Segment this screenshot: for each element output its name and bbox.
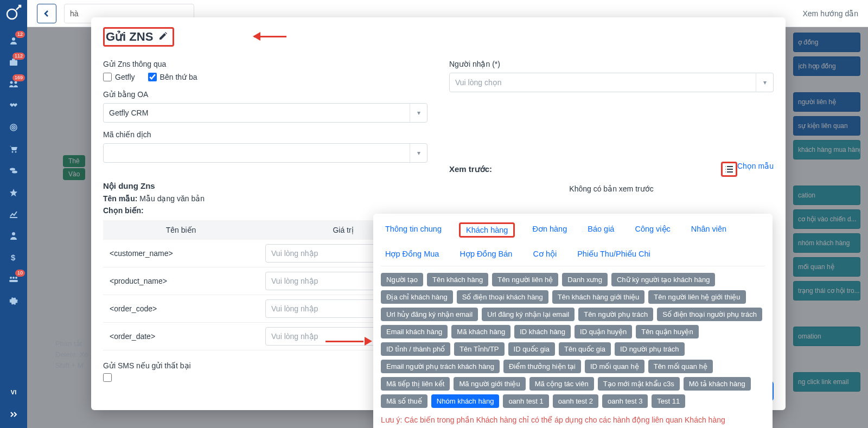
variable-tag[interactable]: Tên người phụ trách — [578, 308, 653, 321]
nav-target[interactable] — [0, 117, 27, 138]
variable-tag[interactable]: ID quận huyện — [575, 325, 632, 338]
popover-tab[interactable]: Đơn hàng — [529, 222, 570, 238]
svg-point-5 — [15, 81, 17, 84]
variable-tag[interactable]: Mã số thuế — [381, 394, 427, 408]
nav-settings[interactable] — [0, 290, 27, 312]
popover-tabs: Thông tin chungKhách hàngĐơn hàngBáo giá… — [381, 219, 765, 266]
variable-tag[interactable]: ID mối quan hệ — [585, 360, 644, 373]
badge-group: 169 — [12, 74, 25, 81]
svg-point-9 — [12, 151, 14, 153]
variable-tag[interactable]: oanh test 3 — [602, 394, 648, 408]
variable-tag[interactable]: Email người phụ trách khách hàng — [381, 360, 500, 373]
popover-tab[interactable]: Hợp Đồng Bán — [456, 247, 515, 260]
variable-tag[interactable]: Tên quận huyện — [636, 325, 699, 338]
variable-tag[interactable]: Tên khách hàng — [427, 273, 488, 286]
badge-user: 12 — [15, 31, 25, 38]
nav-handshake[interactable] — [0, 95, 27, 117]
variable-tag[interactable]: Tên Tỉnh/TP — [454, 342, 504, 356]
popover-tab[interactable]: Báo giá — [584, 222, 617, 238]
popover-tab[interactable]: Hợp Đồng Mua — [382, 247, 442, 260]
variable-tag[interactable]: Nhóm khách hàng — [431, 394, 500, 408]
campaign-select[interactable]: ▾ — [103, 143, 427, 163]
template-name-value: Mẫu dạng văn bản — [139, 194, 205, 203]
no-preview-text: Không có bản xem trước — [449, 184, 774, 193]
nav-cart[interactable] — [0, 138, 27, 160]
pencil-icon[interactable] — [158, 30, 168, 44]
variable-tag[interactable]: Tạo mới mật khẩu c3s — [598, 377, 680, 391]
nav-person[interactable] — [0, 225, 27, 247]
svg-point-17 — [15, 277, 17, 279]
variable-tag[interactable]: Tên quốc gia — [559, 342, 611, 356]
variable-tag[interactable]: Tên người liên hệ — [492, 273, 558, 286]
via-getfly-option[interactable]: Getfly — [103, 73, 135, 81]
via-getfly-checkbox[interactable] — [103, 73, 112, 81]
nav-user[interactable]: 12 — [0, 30, 27, 52]
variable-tag[interactable]: ID người phụ trách — [615, 342, 685, 356]
oa-label: Gửi bằng OA — [103, 90, 427, 99]
chevron-down-icon: ▾ — [410, 104, 427, 122]
nav-coins[interactable] — [0, 160, 27, 182]
via-third-checkbox[interactable] — [148, 73, 157, 81]
variable-popover: Thông tin chungKhách hàngĐơn hàngBáo giá… — [373, 214, 773, 428]
svg-point-1 — [12, 37, 15, 41]
variable-tag[interactable]: Tên khách hàng giới thiệu — [552, 290, 644, 304]
variable-tag[interactable]: Email khách hàng — [381, 325, 448, 338]
var-name: <product_name> — [103, 267, 259, 295]
nav-team[interactable]: 10 — [0, 269, 27, 290]
sms-fallback-checkbox[interactable] — [103, 373, 112, 382]
variable-tag[interactable]: Mô tả khách hàng — [684, 377, 751, 391]
variable-tag[interactable]: oanh test 2 — [553, 394, 598, 408]
nav-star[interactable] — [0, 182, 27, 203]
variable-tag[interactable]: Tên mối quan hệ — [648, 360, 713, 373]
popover-tab[interactable]: Khách hàng — [459, 222, 515, 238]
svg-point-16 — [12, 277, 15, 279]
nav-language[interactable]: VI — [0, 385, 27, 406]
variable-tag[interactable]: Địa chỉ khách hàng — [381, 290, 453, 304]
popover-tab[interactable]: Công việc — [631, 222, 673, 238]
variable-tag[interactable]: Điểm thưởng hiện tại — [503, 360, 581, 373]
variable-tag[interactable]: Mã người giới thiệu — [454, 377, 525, 391]
recipient-select[interactable]: Vui lòng chọn ▾ — [449, 73, 774, 92]
variable-tag[interactable]: Danh xưng — [562, 273, 608, 286]
variable-tag[interactable]: Số điện thoại người phụ trách — [657, 308, 762, 321]
popover-tab[interactable]: Cơ hội — [529, 247, 560, 260]
choose-template-link[interactable]: Chọn mẫu — [737, 162, 774, 170]
variable-tag[interactable]: Url hủy đăng ký nhận email — [381, 308, 478, 321]
variable-tag[interactable]: Mã cộng tác viên — [529, 377, 594, 391]
variable-tag[interactable]: oanh test 1 — [503, 394, 548, 408]
sidebar-collapse[interactable] — [0, 406, 27, 428]
popover-tab[interactable]: Thông tin chung — [382, 222, 445, 238]
list-icon[interactable] — [721, 162, 737, 177]
variable-tag[interactable]: ID tỉnh / thành phố — [381, 342, 450, 356]
nav-chart[interactable] — [0, 203, 27, 225]
variable-tag[interactable]: ID quốc gia — [508, 342, 556, 356]
variable-tag[interactable]: Người tạo — [381, 273, 423, 286]
variable-tag[interactable]: Url đăng ký nhận lại email — [482, 308, 575, 321]
variable-tag[interactable]: Mã khách hàng — [451, 325, 510, 338]
chevron-down-icon: ▾ — [756, 73, 773, 92]
col-var-name: Tên biến — [103, 220, 259, 240]
variable-tag[interactable]: Test 11 — [652, 394, 685, 408]
annotation-arrow-popover — [326, 336, 371, 347]
nav-briefcase[interactable]: 112 — [0, 52, 27, 73]
popover-tab[interactable]: Nhân viên — [688, 222, 730, 238]
variable-tag[interactable]: Số điện thoại khách hàng — [457, 290, 548, 304]
variable-tag[interactable]: ID khách hàng — [514, 325, 571, 338]
back-button[interactable] — [37, 4, 56, 23]
oa-select[interactable]: Getfly CRM ▾ — [103, 103, 427, 123]
variable-tag[interactable]: Chữ ký người tạo khách hàng — [611, 273, 715, 286]
nav-group[interactable]: 169 — [0, 73, 27, 95]
variable-tag[interactable]: Tên người liên hệ giới thiệu — [648, 290, 745, 304]
guide-link[interactable]: Xem hướng dẫn — [803, 9, 859, 18]
svg-rect-18 — [9, 280, 18, 282]
via-third-option[interactable]: Bên thứ ba — [148, 73, 197, 81]
nav-dollar[interactable]: $ — [0, 247, 27, 269]
svg-point-11 — [10, 168, 15, 171]
var-name: <order_date> — [103, 323, 259, 350]
popover-tab[interactable]: Phiếu Thu/Phiếu Chi — [574, 247, 654, 260]
variable-tag[interactable]: Mã tiếp thị liên kết — [381, 377, 450, 391]
var-name: <order_code> — [103, 295, 259, 323]
svg-point-13 — [12, 232, 15, 235]
annotation-arrow-title — [254, 31, 297, 42]
svg-point-10 — [15, 151, 17, 153]
